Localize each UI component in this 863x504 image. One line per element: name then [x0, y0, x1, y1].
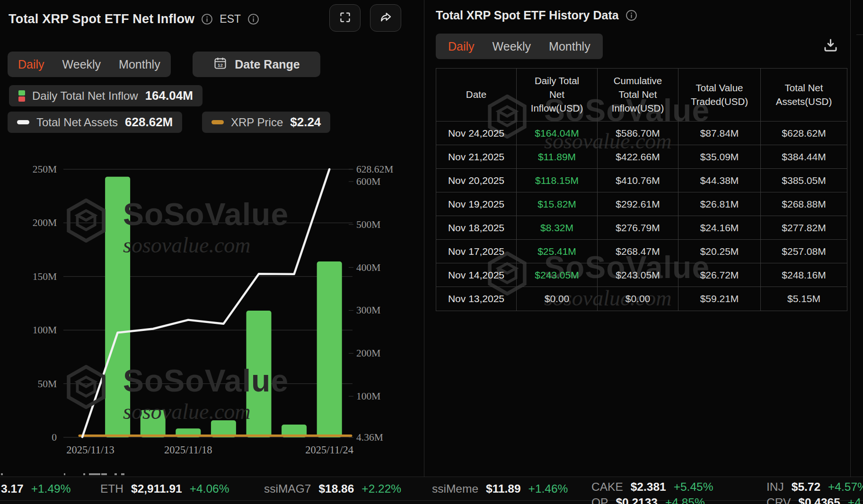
ticker-item-ssimag7[interactable]: ssiMAG7$18.86+2.22%	[264, 477, 401, 500]
clipped-text-fragment	[1, 473, 3, 475]
table-cell: $15.82M	[517, 192, 598, 216]
tab-monthly[interactable]: Monthly	[549, 40, 590, 53]
y-axis-label-right: 600M	[356, 176, 380, 187]
fullscreen-icon	[339, 11, 352, 25]
chart-panel-header: Total XRP Spot ETF Net Inflow EST	[9, 9, 259, 28]
clipped-text-fragment	[64, 473, 65, 475]
tab-weekly[interactable]: Weekly	[493, 40, 531, 53]
y-axis-label-right: 628.62M	[356, 164, 393, 175]
y-axis-label-left: 250M	[33, 164, 57, 175]
ticker-change: +2.22%	[361, 482, 401, 495]
bar-2025/11/20[interactable]	[247, 311, 272, 437]
ticker-price: $0.4365	[798, 496, 840, 504]
ticker-change: +4.06%	[190, 482, 229, 495]
table-cell: $8.32M	[517, 216, 598, 240]
tab-weekly[interactable]: Weekly	[62, 58, 101, 71]
table-cell: $276.79M	[598, 216, 678, 240]
table-cell: $292.61M	[598, 192, 678, 216]
ticker-symbol: ETH	[100, 482, 123, 495]
legend-value: 164.04M	[145, 88, 193, 103]
ticker-change: +1.49%	[31, 482, 71, 495]
info-icon[interactable]	[201, 13, 213, 25]
clipped-text-fragment	[89, 473, 100, 475]
table-cell-date: Nov 13,2025	[436, 287, 517, 311]
assets-line-swatch-icon	[17, 120, 29, 124]
legend-label: Daily Total Net Inflow	[32, 89, 138, 103]
legend-label: XRP Price	[231, 116, 283, 129]
legend-label: Total Net Assets	[36, 116, 118, 129]
clipped-text-fragment	[101, 473, 107, 475]
y-axis-label-right: 100M	[356, 391, 380, 402]
panel-divider	[424, 0, 424, 477]
table-cell: $0.00	[598, 287, 678, 311]
y-axis-label-left: 150M	[33, 271, 57, 282]
table-cell: $24.16M	[678, 216, 761, 240]
table-cell: $385.05M	[761, 169, 847, 192]
y-axis-label-right: 500M	[356, 219, 380, 230]
ticker-item[interactable]: 3.17+1.49%	[1, 477, 70, 500]
bar-2025/11/14[interactable]	[105, 177, 130, 437]
table-cell: $268.47M	[598, 240, 678, 263]
x-axis-label: 2025/11/24	[305, 444, 353, 456]
y-axis-label-right: 200M	[356, 348, 380, 359]
share-button[interactable]	[370, 4, 401, 32]
table-cell: $277.82M	[761, 216, 847, 240]
ticker-item-cake[interactable]: CAKE$2.381+5.45%OP$0.2133+4.85%	[591, 479, 713, 504]
table-cell: $35.09M	[678, 145, 761, 169]
table-cell: $87.84M	[678, 122, 761, 145]
ticker-price: $0.2133	[616, 496, 658, 504]
ticker-price: 3.17	[1, 482, 24, 495]
x-axis-label: 2025/11/13	[66, 444, 114, 456]
table-cell: $44.38M	[678, 169, 761, 192]
price-ticker-bar: 3.17+1.49%ETH$2,911.91+4.06%ssiMAG7$18.8…	[0, 477, 863, 504]
table-cell: $257.08M	[761, 240, 847, 263]
legend-value: $2.24	[290, 115, 321, 130]
table-cell: $25.41M	[517, 240, 598, 263]
download-icon	[822, 36, 839, 55]
chart-period-tabs: DailyWeeklyMonthly	[8, 52, 171, 77]
table-cell-date: Nov 18,2025	[436, 216, 517, 240]
table-header-cell: Daily Total Net Inflow(USD)	[517, 69, 598, 122]
y-axis-label-left: 100M	[33, 324, 57, 336]
fullscreen-button[interactable]	[329, 4, 361, 32]
tab-daily[interactable]: Daily	[448, 40, 475, 53]
price-line-swatch-icon	[211, 120, 224, 124]
table-cell-date: Nov 24,2025	[436, 122, 517, 145]
ticker-price: $2.381	[631, 480, 666, 494]
ticker-change: +4.57%	[828, 480, 863, 494]
table-cell: $422.66M	[598, 145, 678, 169]
legend-total-net-assets[interactable]: Total Net Assets 628.62M	[8, 112, 182, 133]
tab-daily[interactable]: Daily	[18, 58, 44, 71]
info-icon[interactable]	[625, 9, 637, 21]
y-axis-label-right: 300M	[356, 304, 380, 316]
y-axis-label-left: 200M	[33, 217, 57, 228]
table-header-cell: Cumulative Total Net Inflow(USD)	[598, 69, 678, 122]
tab-monthly[interactable]: Monthly	[119, 58, 160, 71]
svg-text:12: 12	[218, 62, 223, 68]
clipped-text-fragment	[121, 473, 124, 475]
ticker-change: +5.45%	[674, 480, 713, 494]
table-cell: $268.88M	[761, 192, 847, 216]
ticker-symbol: INJ	[766, 480, 784, 494]
bar-2025/11/17[interactable]	[141, 410, 166, 437]
info-icon[interactable]	[247, 13, 259, 25]
table-header-cell: Total Value Traded(USD)	[678, 69, 761, 122]
table-panel-header: Total XRP Spot ETF History Data	[436, 6, 637, 25]
ticker-symbol: CAKE	[591, 480, 623, 494]
date-range-button[interactable]: 12 Date Range	[193, 52, 320, 77]
y-axis-label-right: 400M	[356, 262, 380, 273]
legend-daily-net-inflow[interactable]: Daily Total Net Inflow 164.04M	[9, 85, 203, 106]
ticker-item-inj[interactable]: INJ$5.72+4.57%CRV$0.4365+4.1%	[766, 479, 863, 504]
clipped-text-fragment	[114, 473, 117, 475]
legend-xrp-price[interactable]: XRP Price $2.24	[202, 112, 330, 133]
ticker-change: +1.46%	[528, 482, 568, 495]
right-edge-divider	[850, 0, 851, 477]
table-cell: $384.44M	[761, 145, 847, 169]
ticker-price: $11.89	[486, 482, 521, 495]
ticker-item-eth[interactable]: ETH$2,911.91+4.06%	[100, 477, 229, 500]
download-button[interactable]	[819, 34, 842, 58]
ticker-price: $18.86	[318, 482, 354, 495]
table-cell: $0.00	[517, 287, 598, 311]
ticker-item-ssimeme[interactable]: ssiMeme$11.89+1.46%	[432, 477, 568, 500]
bar-2025/11/24[interactable]	[317, 261, 342, 437]
